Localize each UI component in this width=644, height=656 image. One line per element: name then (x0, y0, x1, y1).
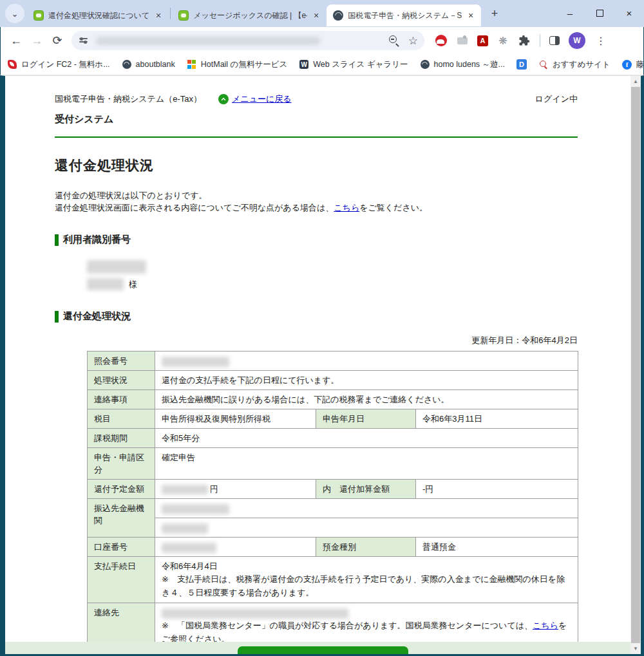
address-bar[interactable]: ☆ (71, 31, 424, 50)
tab-search-button[interactable]: ⌄ (5, 4, 24, 23)
minimize-button[interactable]: – (555, 0, 585, 26)
zoom-indicator-icon[interactable] (389, 35, 399, 46)
row-label: 処理状況 (88, 371, 155, 390)
tab-refund-info[interactable]: 還付金処理状況確認について × (27, 5, 169, 26)
site-settings-icon[interactable] (78, 35, 90, 46)
scrollbar-thumb[interactable] (631, 87, 640, 643)
table-row: 還付予定金額 円 内 還付加算金額 -円 (88, 480, 578, 499)
refund-amount-redacted (162, 485, 208, 494)
microsoft-icon (187, 59, 197, 70)
page-viewport: 国税電子申告・納税システム（e-Tax） メニューに戻る ログイン中 受付システ… (0, 75, 644, 656)
row-value (155, 351, 578, 371)
new-tab-button[interactable]: + (486, 5, 503, 22)
footer-band (5, 642, 641, 654)
tab-message-box[interactable]: メッセージボックスの確認 | 【e-Tax】 × (172, 5, 327, 26)
scroll-down-icon[interactable]: ▼ (630, 643, 641, 654)
maximize-icon (596, 10, 603, 17)
row-label: 預金種別 (316, 538, 416, 557)
user-name-redacted (87, 278, 124, 290)
bookmark-label: Web スライス ギャラリー (313, 59, 408, 70)
browser-menu-icon[interactable]: ⋮ (592, 35, 610, 47)
section-user-id: 利用者識別番号 (55, 234, 578, 246)
bookmark-label: 藤原 幸司 (636, 59, 644, 70)
facebook-icon: f (622, 59, 632, 70)
inquiry-number-redacted (162, 357, 229, 367)
bookmark-hotmail[interactable]: HotMail の無料サービス (187, 59, 288, 70)
fc2-icon (7, 59, 17, 70)
row-label: 課税期間 (88, 429, 155, 448)
menu-back-link[interactable]: メニューに戻る (232, 93, 292, 105)
tab-separator (170, 8, 171, 19)
bookmark-facebook[interactable]: f 藤原 幸司 (622, 59, 644, 70)
extensions-puzzle-icon[interactable] (518, 34, 531, 47)
reload-button[interactable]: ⟳ (47, 30, 68, 51)
bookmark-label: aboutblank (136, 60, 175, 69)
row-value: -円 (416, 480, 578, 499)
acrobat-extension-icon[interactable]: A (477, 35, 488, 46)
bookmarks-bar: ログイン FC2 - 無料ホ... aboutblank HotMail の無料… (0, 54, 644, 75)
table-row: 連絡事項 振込先金融機関に誤りがある場合には、下記の税務署までご連絡ください。 (88, 390, 578, 409)
maximize-button[interactable] (585, 0, 614, 26)
menu-back-group: メニューに戻る (218, 93, 292, 105)
row-value: 令和5年分 (155, 429, 578, 448)
bookmark-label: おすすめサイト (553, 59, 611, 70)
green-up-arrow-icon (218, 94, 229, 104)
kochira-link[interactable]: こちら (334, 203, 359, 212)
bank-name-cell (155, 499, 578, 518)
intro-line-2: 還付金処理状況画面に表示される内容についてご不明な点がある場合は、こちらをご覧く… (55, 201, 578, 214)
table-row (88, 518, 578, 538)
close-window-button[interactable]: × (614, 0, 644, 26)
table-row: 課税期間 令和5年分 (88, 429, 578, 448)
side-panel-icon[interactable] (548, 34, 561, 47)
scroll-up-icon[interactable]: ▲ (630, 76, 641, 87)
user-name-suffix: 様 (129, 279, 137, 290)
back-button[interactable]: ← (6, 30, 26, 51)
row-label: 税目 (88, 409, 155, 429)
bookmark-aboutblank[interactable]: aboutblank (122, 59, 175, 70)
footer-green-button[interactable] (238, 646, 408, 654)
row-value: 申告所得税及復興特別所得税 (155, 409, 316, 429)
table-row: 支払手続日 令和6年4月4日 ※ 支払手続日は、税務署が還付金の支払手続を行う予… (88, 557, 578, 603)
user-id-redacted (87, 260, 146, 274)
trend-micro-extension-icon[interactable] (435, 34, 448, 47)
bookmark-blue-d[interactable]: D (516, 59, 527, 70)
forward-button[interactable]: → (26, 30, 47, 51)
row-label: 還付予定金額 (88, 480, 155, 499)
bookmark-osusume[interactable]: おすすめサイト (538, 59, 611, 70)
gray-extension-icon[interactable]: ❋ (497, 34, 509, 47)
updated-date: 更新年月日：令和6年4月2日 (55, 335, 578, 346)
table-row: 振込先金融機関 (88, 499, 578, 518)
payment-date-cell: 令和6年4月4日 ※ 支払手続日は、税務署が還付金の支払手続を行う予定日であり、… (155, 557, 578, 603)
webslice-icon: W (299, 59, 309, 70)
row-label: 口座番号 (88, 538, 155, 557)
tab-close-icon[interactable]: × (466, 10, 476, 21)
user-id-row (87, 260, 578, 274)
bank-branch-cell (155, 518, 578, 538)
row-value: 確定申告 (155, 448, 578, 480)
bookmark-homo-ludens[interactable]: homo ludens ～遊... (420, 59, 505, 70)
extensions-area: A ❋ (435, 34, 531, 47)
page-title: 還付金処理状況 (55, 156, 578, 174)
tab-etax-system-active[interactable]: 国税電子申告・納税システム－SU × (327, 5, 481, 26)
bookmark-star-icon[interactable]: ☆ (408, 35, 418, 46)
tab-close-icon[interactable]: × (311, 10, 321, 21)
account-number-cell (155, 538, 316, 557)
bookmark-fc2[interactable]: ログイン FC2 - 無料ホ... (7, 59, 110, 70)
table-row: 処理状況 還付金の支払手続を下記の日程にて行います。 (88, 371, 578, 390)
laptop-extension-icon[interactable] (456, 34, 469, 47)
page-content: 国税電子申告・納税システム（e-Tax） メニューに戻る ログイン中 受付システ… (5, 76, 578, 656)
tab-title: メッセージボックスの確認 | 【e-Tax】 (193, 10, 307, 21)
bookmark-label: HotMail の無料サービス (201, 59, 288, 70)
table-row: 口座番号 預金種別 普通預金 (88, 538, 578, 557)
tab-close-icon[interactable]: × (153, 10, 164, 21)
globe-favicon-icon (333, 10, 343, 21)
row-label: 照会番号 (88, 351, 155, 371)
row-label: 支払手続日 (88, 557, 155, 603)
tab-title: 国税電子申告・納税システム－SU (348, 10, 462, 21)
profile-avatar[interactable]: W (569, 32, 585, 49)
bookmark-webslice[interactable]: W Web スライス ギャラリー (299, 59, 408, 70)
page-scrollbar[interactable]: ▲ ▼ (630, 76, 641, 654)
kochira-link-2[interactable]: こちら (533, 621, 558, 630)
user-name-row: 様 (87, 278, 578, 290)
bank-branch-redacted (162, 523, 208, 534)
